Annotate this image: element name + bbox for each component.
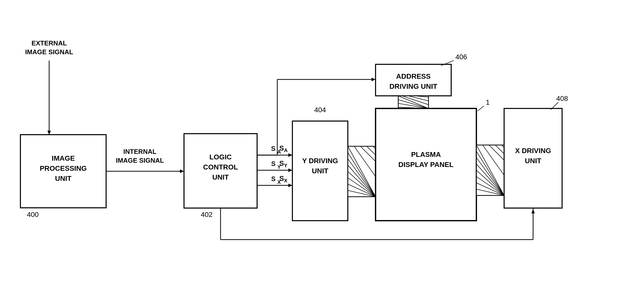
sy-signal-label: SY [279, 159, 288, 168]
svg-marker-53 [372, 78, 376, 81]
lcu-label3: UNIT [212, 173, 229, 181]
ipu-label1: IMAGE [52, 154, 75, 162]
pdp-label1: PLASMA [411, 151, 441, 158]
xdu-label1: X DRIVING [515, 147, 551, 155]
sa-signal-label: SA [279, 144, 288, 153]
ref-408: 408 [556, 95, 568, 102]
svg-marker-7 [288, 168, 292, 172]
lcu-label1: LOGIC [209, 153, 232, 161]
internal-image-signal-label2: IMAGE SIGNAL [116, 157, 164, 164]
svg-marker-3 [180, 169, 184, 173]
block-diagram-svg: EXTERNAL IMAGE SIGNAL IMAGE PROCESSING U… [0, 0, 644, 287]
ref-1: 1 [486, 98, 490, 106]
ipu-label3: UNIT [55, 175, 71, 182]
ydu-label1: Y DRIVING [302, 157, 338, 165]
adu-label2: DRIVING UNIT [389, 82, 437, 90]
ref-404: 404 [314, 106, 326, 114]
svg-marker-9 [288, 184, 292, 187]
internal-image-signal-label1: INTERNAL [123, 148, 157, 155]
adu-label1: ADDRESS [396, 72, 431, 80]
ydu-label2: UNIT [312, 167, 328, 175]
ipu-label2: PROCESSING [40, 164, 87, 172]
ref-402: 402 [201, 211, 213, 218]
svg-marker-5 [288, 153, 292, 157]
svg-marker-1 [47, 131, 51, 135]
svg-marker-57 [531, 209, 535, 213]
sx-signal-label: SX [279, 175, 288, 183]
lcu-label2: CONTROL [203, 163, 238, 171]
external-image-signal-label: EXTERNAL [32, 39, 67, 47]
svg-line-35 [478, 106, 484, 111]
ref-400: 400 [27, 211, 39, 218]
diagram-container: EXTERNAL IMAGE SIGNAL IMAGE PROCESSING U… [0, 0, 644, 287]
xdu-label2: UNIT [525, 157, 541, 165]
ref-406: 406 [455, 53, 467, 61]
external-image-signal-label2: IMAGE SIGNAL [25, 48, 73, 56]
pdp-label2: DISPLAY PANEL [398, 161, 454, 168]
